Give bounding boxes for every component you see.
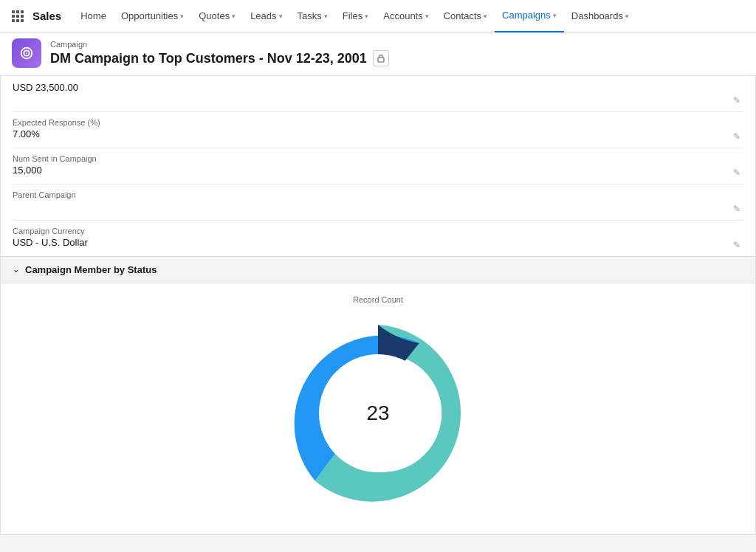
page-title: DM Campaign to Top Customers - Nov 12-23… [50,50,389,66]
section-header-label: Campaign Member by Status [25,264,157,275]
field-value: 15,000 [13,165,730,176]
field-label: Num Sent in Campaign [13,154,730,163]
chevron-icon: ▾ [484,13,487,20]
campaign-icon [12,38,41,68]
chart-section: Record Count 23 [1,283,755,534]
svg-rect-3 [12,15,15,18]
nav-item-files[interactable]: Files ▾ [335,0,376,32]
field-label: Campaign Currency [13,227,730,235]
svg-rect-7 [16,19,19,22]
field-row: Parent Campaign✎ [13,184,743,221]
chevron-icon: ▾ [553,12,557,19]
edit-icon[interactable]: ✎ [730,94,743,107]
lock-button[interactable] [373,50,389,66]
chevron-icon: ▾ [324,13,328,20]
nav-item-leads[interactable]: Leads ▾ [243,0,289,32]
app-logo: Sales [32,10,61,22]
chevron-icon: ▾ [279,13,283,20]
field-value: 7.00% [13,128,730,139]
svg-rect-4 [16,15,19,18]
chart-title: Record Count [13,295,743,304]
edit-icon[interactable]: ✎ [730,238,743,252]
nav-item-home[interactable]: Home [73,0,114,32]
field-content: Parent Campaign [13,190,730,214]
nav-item-contacts[interactable]: Contacts ▾ [436,0,495,32]
field-row: Expected Response (%)7.00%✎ [13,112,743,148]
svg-rect-6 [12,19,15,22]
nav-item-tasks[interactable]: Tasks ▾ [290,0,335,32]
fields-section: USD 23,500.00✎Expected Response (%)7.00%… [1,76,755,256]
svg-rect-2 [21,10,24,13]
field-value: USD - U.S. Dollar [13,237,730,248]
field-value: USD 23,500.00 [13,82,730,93]
main-content: USD 23,500.00✎Expected Response (%)7.00%… [0,76,756,535]
nav-items: HomeOpportunities ▾Quotes ▾Leads ▾Tasks … [73,0,750,32]
top-nav: Sales HomeOpportunities ▾Quotes ▾Leads ▾… [0,0,756,32]
field-row: Num Sent in Campaign15,000✎ [13,148,743,184]
chevron-icon: ▾ [232,13,236,20]
section-chevron-icon: ⌄ [13,265,19,275]
nav-item-quotes[interactable]: Quotes ▾ [191,0,243,32]
donut-chart: 23 [275,310,481,517]
field-label: Parent Campaign [13,190,730,199]
field-content: USD 23,500.00 [13,82,730,93]
chevron-icon: ▾ [180,13,184,20]
chevron-icon: ▾ [625,13,629,20]
svg-rect-12 [378,58,384,62]
svg-point-11 [26,52,27,54]
breadcrumb: Campaign [50,40,389,49]
nav-item-accounts[interactable]: Accounts ▾ [376,0,436,32]
field-value [13,201,730,214]
svg-rect-5 [21,15,24,18]
field-label: Expected Response (%) [13,118,730,127]
chevron-icon: ▾ [425,13,429,20]
svg-rect-0 [12,10,15,13]
field-content: Expected Response (%)7.00% [13,118,730,139]
nav-item-campaigns[interactable]: Campaigns ▾ [495,0,564,32]
svg-rect-8 [21,19,24,22]
nav-item-opportunities[interactable]: Opportunities ▾ [114,0,191,32]
chevron-icon: ▾ [365,13,368,20]
donut-center-value: 23 [366,401,389,425]
page-header-content: Campaign DM Campaign to Top Customers - … [50,40,389,66]
nav-item-dashboards[interactable]: Dashboards ▾ [564,0,636,32]
field-row: Campaign CurrencyUSD - U.S. Dollar✎ [13,221,743,256]
edit-icon[interactable]: ✎ [730,166,743,179]
edit-icon[interactable]: ✎ [730,130,743,143]
field-content: Num Sent in Campaign15,000 [13,154,730,176]
edit-icon[interactable]: ✎ [730,202,743,215]
field-content: Campaign CurrencyUSD - U.S. Dollar [13,227,730,248]
svg-rect-1 [16,10,19,13]
section-header[interactable]: ⌄ Campaign Member by Status [1,256,755,283]
field-row: USD 23,500.00✎ [13,76,743,112]
app-grid-icon[interactable] [6,4,30,28]
page-header: Campaign DM Campaign to Top Customers - … [0,32,756,76]
